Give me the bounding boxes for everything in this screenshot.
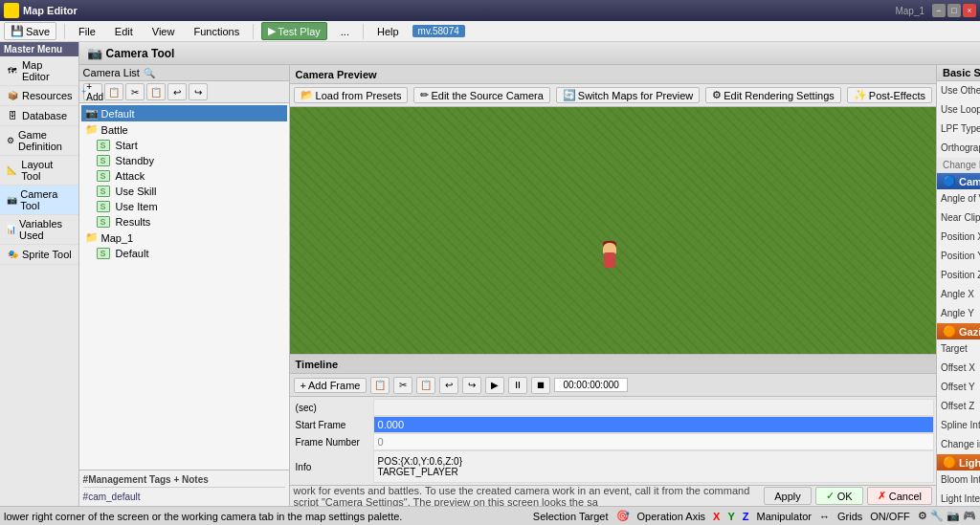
close-btn[interactable]: × (963, 4, 976, 17)
timeline-stop-btn[interactable]: ⏹ (531, 377, 550, 394)
cancel-btn[interactable]: ✗ Cancel (867, 487, 932, 505)
menu-edit[interactable]: Edit (109, 24, 139, 39)
preview-toolbar: 📂 Load from Presets ✏ Edit the Source Ca… (290, 84, 936, 107)
scene-icon: S (97, 201, 110, 212)
app-icon (4, 3, 19, 18)
sidebar-item-variables-used[interactable]: 📊 Variables Used (0, 215, 78, 245)
load-presets-btn[interactable]: 📂 Load from Presets (294, 87, 409, 103)
redo-camera-btn[interactable]: ↪ (189, 83, 208, 100)
manipulator-label: Manipulator (757, 511, 812, 522)
character-sprite (600, 241, 619, 268)
orthographic-label: Orthographic Projection (941, 142, 980, 153)
angle-y-row: Angle Y 0 ⚙ (937, 304, 980, 323)
change-info-label: Change Information (937, 158, 980, 173)
preview-header: Camera Preview (290, 65, 936, 84)
camera-icon: 📷 (6, 193, 17, 207)
gazing-icon: 🟠 (943, 325, 956, 338)
camera-tool-panel: 📷 Camera Tool × Camera List 🔍 + + Add 📋 … (79, 42, 980, 506)
test-play-button[interactable]: ▶ Test Play (261, 22, 327, 40)
ok-btn[interactable]: ✓ OK (815, 487, 863, 505)
tree-item-attack[interactable]: S Attack (81, 168, 287, 184)
axis-z-icon: Z (743, 511, 749, 522)
cut-camera-btn[interactable]: ✂ (125, 83, 145, 100)
menu-view[interactable]: View (146, 24, 181, 39)
toolbar-icons-right: ⚙ 🔧 📷 🎮 (918, 510, 976, 522)
tab-name: Map_1 (895, 6, 924, 16)
add-frame-btn[interactable]: + Add Frame (294, 378, 368, 393)
timeline-paste-btn[interactable]: 📋 (416, 377, 435, 394)
camera-tool-title: Camera Tool (106, 47, 175, 60)
switch-icon: 🔄 (563, 89, 576, 101)
tree-item-use-skill[interactable]: S Use Skill (81, 184, 287, 199)
status-bar: lower right corner of the screen or the … (0, 506, 980, 525)
copy-camera-btn[interactable]: 📋 (104, 83, 123, 100)
orthographic-row: Orthographic Projection (937, 139, 980, 158)
timeline-undo-btn[interactable]: ↩ (439, 377, 458, 394)
post-effects-btn[interactable]: ✨ Post-Effects (847, 87, 932, 103)
edit-rendering-btn[interactable]: ⚙ Edit Rendering Settings (705, 87, 841, 103)
timeline-redo-btn[interactable]: ↪ (462, 377, 481, 394)
tree-item-battle-folder[interactable]: 📁 Battle (81, 121, 287, 138)
tree-item-start[interactable]: S Start (81, 138, 287, 153)
management-tags: #Management Tags + Notes #cam_default (79, 470, 289, 506)
timeline-play-btn[interactable]: ▶ (485, 377, 504, 394)
target-row: Target Player ▼ (937, 339, 980, 359)
position-x-row: Position X 0 ⚙ (937, 228, 980, 247)
camera-preview-area: Camera Preview 📂 Load from Presets ✏ Edi… (290, 65, 936, 506)
window-controls[interactable]: − □ × (932, 4, 976, 17)
scene-icon: S (97, 140, 110, 151)
ok-icon: ✓ (826, 490, 835, 502)
timeline-copy-btn[interactable]: 📋 (370, 377, 390, 394)
sidebar-item-map-editor[interactable]: 🗺 Map Editor (0, 56, 78, 86)
timeline-pause-btn[interactable]: ⏸ (508, 377, 527, 394)
app-title: Map Editor (23, 5, 895, 16)
char-body (604, 252, 615, 268)
camera-list-search-icon: 🔍 (144, 68, 155, 78)
scene-icon: S (97, 155, 110, 166)
tree-item-default[interactable]: 📷 Default (81, 105, 287, 121)
variables-icon: 📊 (6, 223, 16, 236)
cancel-icon: ✗ (878, 490, 886, 502)
switch-maps-btn[interactable]: 🔄 Switch Maps for Preview (556, 87, 700, 103)
menu-sep-1 (64, 24, 65, 39)
tags-title: #Management Tags + Notes (83, 474, 285, 488)
sidebar-item-database[interactable]: 🗄 Database (0, 106, 78, 126)
tree-item-standby[interactable]: S Standby (81, 153, 287, 168)
master-menu: Master Menu 🗺 Map Editor 📦 Resources 🗄 D… (0, 42, 79, 506)
save-icon: 💾 (11, 25, 24, 37)
use-loop-label: Use Loop (941, 104, 980, 115)
main-layout: Master Menu 🗺 Map Editor 📦 Resources 🗄 D… (0, 42, 980, 506)
position-z-row: Position Z 16.85298 ⚙ (937, 266, 980, 285)
tree-item-map1-default[interactable]: S Default (81, 246, 287, 261)
sidebar-item-camera-tool[interactable]: 📷 Camera Tool (0, 186, 78, 215)
near-clip-row: Near Clip 1 ⚙ (937, 208, 980, 228)
sidebar-item-layout-tool[interactable]: 📐 Layout Tool (0, 156, 78, 186)
menu-more[interactable]: ... (335, 24, 355, 39)
menu-file[interactable]: File (73, 24, 101, 39)
manipulator-icon: ↔ (819, 511, 830, 522)
add-camera-btn[interactable]: + + Add (83, 83, 102, 100)
camera-tool-icon: 📷 (87, 46, 102, 60)
timeline-cell-start[interactable]: 0.000 (373, 416, 934, 433)
tree-item-results[interactable]: S Results (81, 214, 287, 230)
menu-sep-3 (363, 24, 364, 39)
tree-item-map1-folder[interactable]: 📁 Map_1 (81, 230, 287, 246)
axis-y-icon: Y (727, 511, 734, 522)
apply-btn[interactable]: Apply (764, 487, 812, 505)
camera-tree: 📷 Default 📁 Battle S Start S (79, 103, 289, 470)
minimize-btn[interactable]: − (932, 4, 946, 17)
menu-functions[interactable]: Functions (188, 24, 245, 39)
tree-item-use-item[interactable]: S Use Item (81, 199, 287, 214)
menu-help[interactable]: Help (371, 24, 405, 39)
maximize-btn[interactable]: □ (947, 4, 961, 17)
folder-icon: 📁 (85, 123, 99, 136)
sidebar-item-sprite-tool[interactable]: 🎭 Sprite Tool (0, 245, 78, 265)
timeline-cut-btn[interactable]: ✂ (393, 377, 412, 394)
sidebar-item-game-definition[interactable]: ⚙ Game Definition (0, 126, 78, 156)
save-button[interactable]: 💾 Save (4, 22, 56, 40)
paste-camera-btn[interactable]: 📋 (146, 83, 166, 100)
undo-camera-btn[interactable]: ↩ (167, 83, 187, 100)
sidebar-item-resources[interactable]: 📦 Resources (0, 86, 78, 106)
edit-source-btn[interactable]: ✏ Edit the Source Camera (413, 87, 549, 103)
scene-icon: S (97, 186, 110, 197)
